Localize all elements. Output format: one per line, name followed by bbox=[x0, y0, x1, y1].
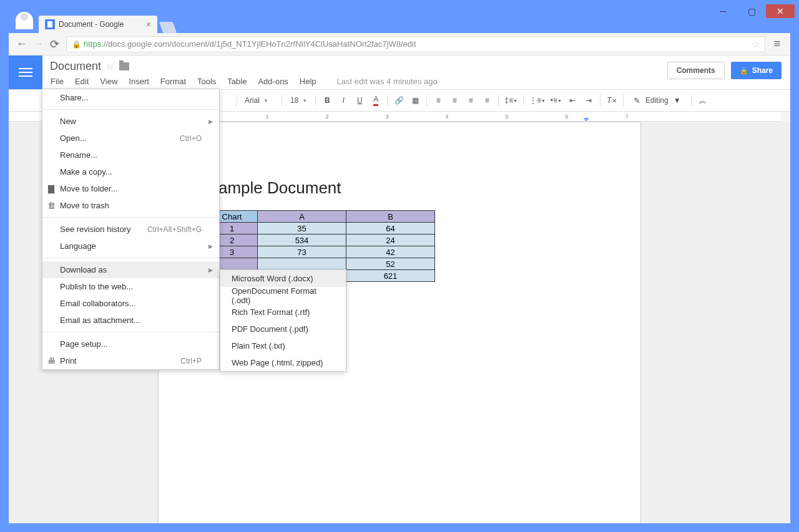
menu-download-as[interactable]: Download as▶ bbox=[42, 261, 219, 278]
table-header-cell[interactable]: B bbox=[346, 211, 435, 223]
line-spacing-button[interactable]: ‡≡▼ bbox=[502, 92, 519, 109]
editing-mode-label: Editing bbox=[645, 96, 669, 105]
window-controls: ─ ▢ ✕ bbox=[708, 4, 795, 18]
ruler-tick: 2 bbox=[297, 114, 357, 120]
underline-button[interactable]: U bbox=[352, 92, 367, 109]
forward-button[interactable]: → bbox=[30, 36, 46, 52]
folder-icon[interactable] bbox=[119, 62, 129, 70]
table-cell[interactable]: 35 bbox=[258, 223, 346, 235]
reload-button[interactable]: ⟳ bbox=[46, 36, 62, 52]
numbered-list-button[interactable]: ⋮≡▼ bbox=[527, 92, 547, 109]
hamburger-icon bbox=[19, 72, 32, 73]
table-header-cell[interactable]: A bbox=[258, 211, 346, 223]
font-size-select[interactable]: 18 ▼ bbox=[286, 92, 311, 109]
comment-button[interactable]: ▦ bbox=[408, 92, 423, 109]
bulleted-list-button[interactable]: •≡▼ bbox=[549, 92, 564, 109]
italic-button[interactable]: I bbox=[336, 92, 351, 109]
chrome-menu-button[interactable]: ≡ bbox=[769, 37, 785, 51]
text-color-button[interactable]: A bbox=[368, 92, 383, 109]
link-button[interactable]: 🔗 bbox=[391, 92, 406, 109]
menu-addons[interactable]: Add-ons bbox=[257, 75, 288, 87]
menu-new[interactable]: New▶ bbox=[42, 113, 219, 130]
download-as-submenu: Microsoft Word (.docx) OpenDocument Form… bbox=[220, 269, 346, 372]
menu-separator bbox=[42, 217, 219, 218]
submenu-docx[interactable]: Microsoft Word (.docx) bbox=[220, 270, 346, 287]
table-cell[interactable] bbox=[258, 258, 346, 270]
submenu-pdf[interactable]: PDF Document (.pdf) bbox=[220, 321, 346, 337]
back-button[interactable]: ← bbox=[14, 36, 30, 52]
font-family-select[interactable]: Arial ▼ bbox=[240, 92, 278, 109]
star-document-icon[interactable]: ☆ bbox=[106, 61, 114, 71]
menu-open[interactable]: Open...Ctrl+O bbox=[42, 130, 219, 147]
menu-view[interactable]: View bbox=[99, 75, 118, 87]
docs-home-button[interactable] bbox=[9, 56, 42, 89]
table-cell[interactable]: 24 bbox=[346, 235, 435, 246]
table-cell[interactable]: 52 bbox=[346, 258, 435, 270]
menu-file[interactable]: File bbox=[50, 75, 64, 87]
window-maximize-button[interactable]: ▢ bbox=[737, 4, 766, 18]
menu-tools[interactable]: Tools bbox=[197, 75, 217, 87]
submenu-odt[interactable]: OpenDocument Format (.odt) bbox=[220, 287, 346, 304]
caret-down-icon: ▼ bbox=[263, 98, 268, 104]
table-cell[interactable]: 621 bbox=[346, 270, 435, 282]
caret-down-icon: ▼ bbox=[302, 98, 307, 104]
docs-header: Document ☆ File Edit View Insert Format … bbox=[42, 56, 790, 89]
vertical-scrollbar[interactable] bbox=[780, 122, 790, 523]
browser-tab[interactable]: Document - Google × bbox=[39, 16, 157, 33]
align-justify-button[interactable]: ≡ bbox=[479, 92, 494, 109]
share-button[interactable]: 🔒 Share bbox=[731, 62, 782, 79]
increase-indent-button[interactable]: ⇥ bbox=[581, 92, 596, 109]
menu-publish-web[interactable]: Publish to the web... bbox=[42, 278, 219, 295]
menu-page-setup[interactable]: Page setup... bbox=[42, 336, 219, 352]
menu-table[interactable]: Table bbox=[227, 75, 247, 87]
shortcut-label: Ctrl+Alt+Shift+G bbox=[147, 225, 202, 234]
menu-email-attachment[interactable]: Email as attachment... bbox=[42, 312, 219, 329]
address-bar[interactable]: 🔒 https://docs.google.com/document/d/1j5… bbox=[66, 36, 765, 52]
submenu-arrow-icon: ▶ bbox=[208, 243, 213, 249]
submenu-html[interactable]: Web Page (.html, zipped) bbox=[220, 354, 346, 371]
menu-separator bbox=[42, 258, 219, 258]
menu-email-collaborators[interactable]: Email collaborators... bbox=[42, 295, 219, 312]
editing-mode-select[interactable]: ✎ Editing ▼ bbox=[627, 92, 687, 109]
menu-insert[interactable]: Insert bbox=[128, 75, 150, 87]
menu-format[interactable]: Format bbox=[160, 75, 187, 87]
table-header-row: Chart A B bbox=[207, 211, 435, 223]
collapse-toolbar-button[interactable]: ︽ bbox=[695, 92, 710, 109]
new-tab-button[interactable] bbox=[159, 22, 177, 33]
submenu-rtf[interactable]: Rich Text Format (.rtf) bbox=[220, 304, 346, 321]
table-cell[interactable]: 42 bbox=[346, 246, 435, 258]
tab-close-icon[interactable]: × bbox=[146, 19, 151, 29]
submenu-arrow-icon: ▶ bbox=[208, 118, 213, 125]
window-minimize-button[interactable]: ─ bbox=[708, 4, 737, 18]
menu-share[interactable]: Share... bbox=[42, 89, 219, 106]
menu-rename[interactable]: Rename... bbox=[42, 147, 219, 163]
comments-button[interactable]: Comments bbox=[667, 62, 725, 79]
menu-print[interactable]: 🖶PrintCtrl+P bbox=[42, 352, 219, 369]
align-right-button[interactable]: ≡ bbox=[463, 92, 478, 109]
menu-language[interactable]: Language▶ bbox=[42, 238, 219, 254]
decrease-indent-button[interactable]: ⇤ bbox=[565, 92, 580, 109]
window-close-button[interactable]: ✕ bbox=[766, 4, 795, 18]
menu-move-trash[interactable]: 🗑Move to trash bbox=[42, 197, 219, 214]
table-cell[interactable]: 534 bbox=[258, 235, 346, 246]
chrome-profile-avatar[interactable] bbox=[16, 12, 33, 29]
align-left-button[interactable]: ≡ bbox=[431, 92, 446, 109]
ruler-tick: 5 bbox=[477, 114, 537, 120]
menu-revision-history[interactable]: See revision historyCtrl+Alt+Shift+G bbox=[42, 221, 219, 238]
document-title[interactable]: Document bbox=[50, 60, 101, 73]
clear-formatting-button[interactable]: T✕ bbox=[604, 92, 619, 109]
font-family-label: Arial bbox=[245, 96, 260, 105]
align-center-button[interactable]: ≡ bbox=[447, 92, 462, 109]
menu-edit[interactable]: Edit bbox=[74, 75, 89, 87]
document-heading[interactable]: ample Document bbox=[159, 178, 581, 198]
submenu-txt[interactable]: Plain Text (.txt) bbox=[220, 337, 346, 354]
table-cell[interactable]: 73 bbox=[258, 246, 346, 258]
menu-make-copy[interactable]: Make a copy... bbox=[42, 163, 219, 180]
menu-separator bbox=[42, 109, 219, 110]
bookmark-star-icon[interactable]: ☆ bbox=[751, 38, 760, 50]
table-row: 52 bbox=[207, 258, 435, 270]
table-cell[interactable]: 64 bbox=[346, 223, 435, 235]
menu-help[interactable]: Help bbox=[299, 75, 317, 87]
bold-button[interactable]: B bbox=[320, 92, 335, 109]
menu-move-folder[interactable]: ▇Move to folder... bbox=[42, 180, 219, 197]
